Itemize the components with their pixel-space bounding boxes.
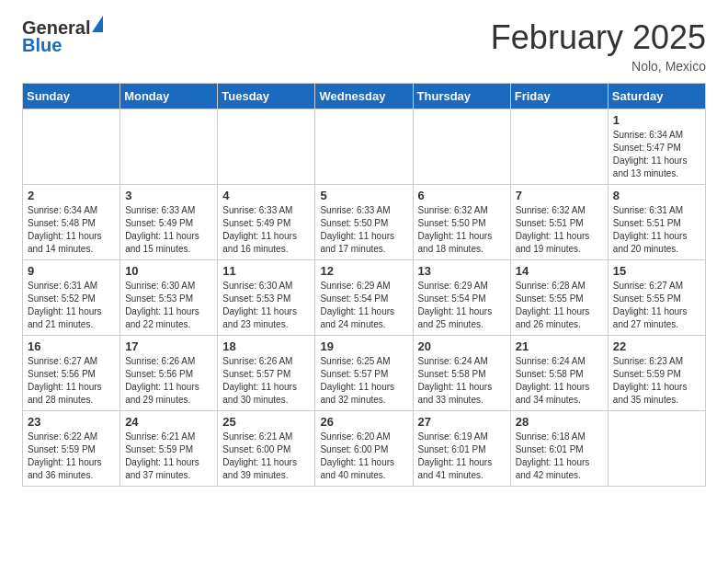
day-info: Sunrise: 6:21 AM Sunset: 6:00 PM Dayligh…: [222, 431, 310, 482]
calendar-cell: [218, 109, 315, 185]
day-info: Sunrise: 6:32 AM Sunset: 5:51 PM Dayligh…: [516, 204, 603, 256]
calendar-cell: 14Sunrise: 6:28 AM Sunset: 5:55 PM Dayli…: [510, 260, 608, 336]
day-info: Sunrise: 6:34 AM Sunset: 5:47 PM Dayligh…: [613, 129, 700, 180]
calendar-cell: 7Sunrise: 6:32 AM Sunset: 5:51 PM Daylig…: [510, 185, 608, 260]
calendar-cell: 22Sunrise: 6:23 AM Sunset: 5:59 PM Dayli…: [608, 336, 705, 411]
day-number: 5: [320, 189, 407, 202]
day-info: Sunrise: 6:22 AM Sunset: 5:59 PM Dayligh…: [28, 431, 115, 482]
day-number: 13: [418, 264, 506, 278]
day-info: Sunrise: 6:27 AM Sunset: 5:56 PM Dayligh…: [28, 355, 115, 407]
calendar-cell: 16Sunrise: 6:27 AM Sunset: 5:56 PM Dayli…: [23, 336, 120, 411]
location: Nolo, Mexico: [491, 59, 706, 74]
calendar-cell: 26Sunrise: 6:20 AM Sunset: 6:00 PM Dayli…: [315, 411, 413, 487]
day-number: 3: [125, 189, 212, 202]
calendar-week-row: 2Sunrise: 6:34 AM Sunset: 5:48 PM Daylig…: [23, 185, 706, 260]
day-number: 21: [516, 339, 603, 353]
calendar-week-row: 23Sunrise: 6:22 AM Sunset: 5:59 PM Dayli…: [23, 411, 706, 487]
calendar-cell: 2Sunrise: 6:34 AM Sunset: 5:48 PM Daylig…: [23, 185, 120, 260]
day-number: 2: [28, 189, 115, 202]
calendar-week-row: 9Sunrise: 6:31 AM Sunset: 5:52 PM Daylig…: [23, 260, 706, 336]
calendar-week-row: 1Sunrise: 6:34 AM Sunset: 5:47 PM Daylig…: [23, 109, 706, 185]
day-info: Sunrise: 6:24 AM Sunset: 5:58 PM Dayligh…: [418, 355, 506, 407]
calendar-cell: 15Sunrise: 6:27 AM Sunset: 5:55 PM Dayli…: [608, 260, 705, 336]
day-number: 4: [222, 189, 310, 202]
day-info: Sunrise: 6:23 AM Sunset: 5:59 PM Dayligh…: [613, 355, 700, 407]
day-number: 28: [516, 415, 603, 429]
logo: General​ Blue: [22, 18, 103, 56]
calendar-cell: [315, 109, 413, 185]
weekday-header: Tuesday: [218, 84, 315, 109]
day-number: 23: [28, 415, 115, 429]
calendar-cell: 6Sunrise: 6:32 AM Sunset: 5:50 PM Daylig…: [413, 185, 510, 260]
day-info: Sunrise: 6:30 AM Sunset: 5:53 PM Dayligh…: [222, 280, 310, 331]
day-info: Sunrise: 6:30 AM Sunset: 5:53 PM Dayligh…: [125, 280, 212, 331]
day-info: Sunrise: 6:29 AM Sunset: 5:54 PM Dayligh…: [320, 280, 407, 331]
calendar-cell: 1Sunrise: 6:34 AM Sunset: 5:47 PM Daylig…: [608, 109, 705, 185]
day-info: Sunrise: 6:18 AM Sunset: 6:01 PM Dayligh…: [516, 431, 603, 482]
calendar-cell: [510, 109, 608, 185]
day-info: Sunrise: 6:28 AM Sunset: 5:55 PM Dayligh…: [516, 280, 603, 331]
weekday-header: Friday: [510, 84, 608, 109]
day-number: 20: [418, 339, 506, 353]
day-info: Sunrise: 6:26 AM Sunset: 5:57 PM Dayligh…: [222, 355, 310, 407]
calendar-cell: 4Sunrise: 6:33 AM Sunset: 5:49 PM Daylig…: [218, 185, 315, 260]
day-info: Sunrise: 6:31 AM Sunset: 5:52 PM Dayligh…: [28, 280, 115, 331]
day-number: 11: [222, 264, 310, 278]
calendar-cell: 21Sunrise: 6:24 AM Sunset: 5:58 PM Dayli…: [510, 336, 608, 411]
calendar-cell: 23Sunrise: 6:22 AM Sunset: 5:59 PM Dayli…: [23, 411, 120, 487]
weekday-header: Monday: [120, 84, 218, 109]
day-number: 25: [222, 415, 310, 429]
day-number: 9: [28, 264, 115, 278]
page: General​ Blue February 2025 Nolo, Mexico…: [0, 0, 728, 505]
day-info: Sunrise: 6:29 AM Sunset: 5:54 PM Dayligh…: [418, 280, 506, 331]
calendar-cell: 12Sunrise: 6:29 AM Sunset: 5:54 PM Dayli…: [315, 260, 413, 336]
day-info: Sunrise: 6:33 AM Sunset: 5:50 PM Dayligh…: [320, 204, 407, 256]
weekday-header: Wednesday: [315, 84, 413, 109]
weekday-header: Saturday: [608, 84, 705, 109]
day-info: Sunrise: 6:33 AM Sunset: 5:49 PM Dayligh…: [125, 204, 212, 256]
day-info: Sunrise: 6:21 AM Sunset: 5:59 PM Dayligh…: [125, 431, 212, 482]
calendar-cell: 24Sunrise: 6:21 AM Sunset: 5:59 PM Dayli…: [120, 411, 218, 487]
day-info: Sunrise: 6:19 AM Sunset: 6:01 PM Dayligh…: [418, 431, 506, 482]
title-block: February 2025 Nolo, Mexico: [491, 18, 706, 74]
weekday-header: Sunday: [23, 84, 120, 109]
calendar-cell: 19Sunrise: 6:25 AM Sunset: 5:57 PM Dayli…: [315, 336, 413, 411]
day-info: Sunrise: 6:31 AM Sunset: 5:51 PM Dayligh…: [613, 204, 700, 256]
weekday-header-row: SundayMondayTuesdayWednesdayThursdayFrid…: [23, 84, 706, 109]
day-info: Sunrise: 6:34 AM Sunset: 5:48 PM Dayligh…: [28, 204, 115, 256]
day-number: 19: [320, 339, 407, 353]
calendar-cell: 5Sunrise: 6:33 AM Sunset: 5:50 PM Daylig…: [315, 185, 413, 260]
day-info: Sunrise: 6:20 AM Sunset: 6:00 PM Dayligh…: [320, 431, 407, 482]
calendar-cell: [120, 109, 218, 185]
calendar-cell: 8Sunrise: 6:31 AM Sunset: 5:51 PM Daylig…: [608, 185, 705, 260]
day-number: 17: [125, 339, 212, 353]
calendar-cell: 27Sunrise: 6:19 AM Sunset: 6:01 PM Dayli…: [413, 411, 510, 487]
calendar-cell: 9Sunrise: 6:31 AM Sunset: 5:52 PM Daylig…: [23, 260, 120, 336]
day-number: 22: [613, 339, 700, 353]
day-number: 16: [28, 339, 115, 353]
day-number: 8: [613, 189, 700, 202]
day-number: 27: [418, 415, 506, 429]
weekday-header: Thursday: [413, 84, 510, 109]
logo-general: General: [22, 18, 90, 37]
calendar-cell: 20Sunrise: 6:24 AM Sunset: 5:58 PM Dayli…: [413, 336, 510, 411]
day-number: 24: [125, 415, 212, 429]
day-number: 6: [418, 189, 506, 202]
day-number: 26: [320, 415, 407, 429]
day-info: Sunrise: 6:24 AM Sunset: 5:58 PM Dayligh…: [516, 355, 603, 407]
day-info: Sunrise: 6:25 AM Sunset: 5:57 PM Dayligh…: [320, 355, 407, 407]
day-info: Sunrise: 6:26 AM Sunset: 5:56 PM Dayligh…: [125, 355, 212, 407]
calendar-table: SundayMondayTuesdayWednesdayThursdayFrid…: [22, 83, 706, 487]
calendar-cell: 3Sunrise: 6:33 AM Sunset: 5:49 PM Daylig…: [120, 185, 218, 260]
calendar-cell: 28Sunrise: 6:18 AM Sunset: 6:01 PM Dayli…: [510, 411, 608, 487]
day-info: Sunrise: 6:27 AM Sunset: 5:55 PM Dayligh…: [613, 280, 700, 331]
day-info: Sunrise: 6:32 AM Sunset: 5:50 PM Dayligh…: [418, 204, 506, 256]
calendar-cell: 10Sunrise: 6:30 AM Sunset: 5:53 PM Dayli…: [120, 260, 218, 336]
month-title: February 2025: [491, 18, 706, 57]
day-number: 10: [125, 264, 212, 278]
calendar-cell: [413, 109, 510, 185]
calendar-cell: 18Sunrise: 6:26 AM Sunset: 5:57 PM Dayli…: [218, 336, 315, 411]
day-number: 14: [516, 264, 603, 278]
calendar-cell: 13Sunrise: 6:29 AM Sunset: 5:54 PM Dayli…: [413, 260, 510, 336]
logo-blue-text: Blue: [22, 35, 62, 56]
